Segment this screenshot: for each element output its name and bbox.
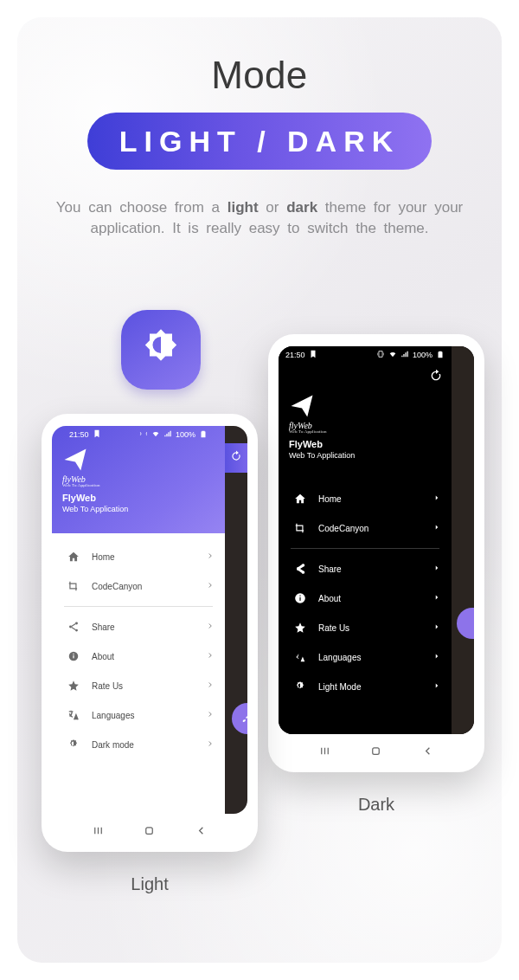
- brush-icon: [462, 613, 474, 632]
- nav-item-light-mode[interactable]: Light Mode: [279, 672, 452, 701]
- refresh-icon[interactable]: [230, 450, 242, 466]
- nav-drawer-light: 21:50 100%: [52, 426, 225, 814]
- nav-item-label: Languages: [318, 653, 432, 662]
- nav-item-codecanyon[interactable]: CodeCanyon: [279, 513, 452, 543]
- back-nav-icon[interactable]: [195, 824, 208, 841]
- nav-item-rate[interactable]: Rate Us: [52, 671, 225, 700]
- screen-light: 21:50 100%: [52, 426, 247, 814]
- translate-icon: [64, 709, 83, 721]
- battery-icon: [436, 350, 445, 360]
- home-nav-icon[interactable]: [143, 824, 156, 841]
- svg-rect-9: [73, 654, 74, 654]
- nav-item-codecanyon[interactable]: CodeCanyon: [52, 571, 225, 601]
- nav-item-label: CodeCanyon: [318, 524, 432, 533]
- crop-icon: [291, 522, 310, 534]
- background-content-light: [225, 426, 247, 814]
- nav-item-languages[interactable]: Languages: [279, 642, 452, 672]
- vibrate-icon: [139, 429, 148, 440]
- background-content-dark: [452, 346, 474, 734]
- android-nav-bar: [268, 739, 484, 765]
- caption-light: Light: [42, 874, 258, 894]
- nav-item-languages[interactable]: Languages: [52, 700, 225, 730]
- crop-icon: [64, 580, 83, 592]
- drawer-list: Home CodeCanyon Share: [279, 484, 452, 701]
- nav-item-label: Dark mode: [92, 740, 206, 750]
- chevron-right-icon: [206, 739, 215, 750]
- nav-item-rate[interactable]: Rate Us: [279, 613, 452, 642]
- app-bar: [279, 364, 452, 391]
- recent-apps-icon[interactable]: [318, 745, 331, 761]
- chevron-right-icon: [206, 551, 215, 562]
- status-time: 21:50: [285, 351, 305, 359]
- star-icon: [291, 622, 310, 634]
- nav-item-share[interactable]: Share: [279, 554, 452, 583]
- divider: [64, 606, 213, 607]
- back-nav-icon[interactable]: [421, 745, 434, 761]
- app-bar-peek: [225, 443, 247, 473]
- chevron-right-icon: [432, 652, 441, 662]
- chevron-right-icon: [206, 622, 215, 632]
- chevron-right-icon: [432, 493, 441, 504]
- mode-pill-label: LIGHT / DARK: [119, 125, 400, 158]
- screen-dark: 21:50 100%: [279, 346, 474, 734]
- nav-item-home[interactable]: Home: [279, 484, 452, 513]
- info-icon: [64, 650, 83, 662]
- nav-item-label: CodeCanyon: [92, 582, 206, 591]
- recent-apps-icon[interactable]: [92, 824, 105, 841]
- brightness-icon: [64, 738, 83, 751]
- bookmark-icon: [309, 350, 317, 360]
- vibrate-icon: [376, 350, 385, 360]
- brand-text: flyWeb Web To Application: [289, 421, 441, 434]
- nav-item-label: Light Mode: [318, 682, 432, 692]
- refresh-icon[interactable]: [429, 369, 443, 386]
- chevron-right-icon: [432, 681, 441, 692]
- brush-icon: [240, 710, 247, 727]
- nav-item-label: Share: [318, 564, 432, 574]
- signal-icon: [400, 350, 409, 360]
- brightness-icon: [138, 326, 183, 374]
- svg-rect-2: [299, 596, 300, 596]
- paper-plane-icon: [62, 447, 215, 476]
- fab[interactable]: [232, 703, 247, 734]
- nav-item-share[interactable]: Share: [52, 612, 225, 642]
- phone-mockup-dark: 21:50 100%: [268, 334, 484, 772]
- nav-drawer-dark: 21:50 100%: [279, 346, 452, 734]
- brand-text: flyWeb Web To Application: [62, 474, 215, 487]
- chevron-right-icon: [206, 581, 215, 591]
- nav-item-dark-mode[interactable]: Dark mode: [52, 730, 225, 759]
- nav-item-label: Home: [92, 552, 206, 562]
- nav-item-about[interactable]: About: [279, 583, 452, 613]
- chevron-right-icon: [432, 593, 441, 603]
- chevron-right-icon: [432, 523, 441, 533]
- battery-pct: 100%: [176, 430, 195, 439]
- chevron-right-icon: [432, 564, 441, 574]
- nav-item-label: Rate Us: [92, 681, 206, 691]
- svg-rect-10: [146, 827, 153, 834]
- bookmark-icon: [93, 429, 101, 440]
- status-time: 21:50: [69, 430, 89, 439]
- status-bar: 21:50 100%: [279, 346, 452, 364]
- nav-item-label: Home: [318, 494, 432, 504]
- translate-icon: [291, 651, 310, 663]
- battery-pct: 100%: [413, 351, 432, 359]
- brightness-squircle: [121, 310, 201, 390]
- phone-mockup-light: 21:50 100%: [42, 414, 258, 852]
- divider: [291, 548, 439, 549]
- wifi-icon: [151, 429, 160, 440]
- chevron-right-icon: [206, 651, 215, 661]
- description-text: You can choose from a light or dark them…: [44, 197, 475, 239]
- promo-card: Mode LIGHT / DARK You can choose from a …: [17, 17, 502, 963]
- svg-rect-8: [73, 655, 74, 659]
- star-icon: [64, 680, 83, 692]
- nav-item-label: About: [92, 652, 206, 661]
- mode-pill: LIGHT / DARK: [87, 113, 432, 170]
- home-nav-icon[interactable]: [369, 745, 382, 761]
- nav-item-about[interactable]: About: [52, 642, 225, 671]
- paper-plane-icon: [289, 393, 441, 422]
- svg-rect-1: [299, 597, 300, 601]
- caption-dark: Dark: [268, 795, 484, 815]
- nav-item-label: Share: [92, 622, 206, 632]
- wifi-icon: [388, 350, 397, 360]
- nav-item-home[interactable]: Home: [52, 542, 225, 571]
- battery-icon: [199, 429, 208, 440]
